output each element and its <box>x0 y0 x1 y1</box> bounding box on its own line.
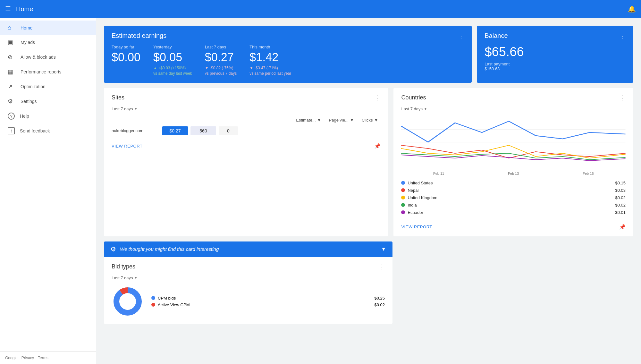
bid-types-menu-button[interactable]: ⋮ <box>379 263 385 270</box>
countries-period-dropdown-icon[interactable]: ▼ <box>424 107 427 111</box>
clicks-dropdown-icon: ▼ <box>374 118 378 123</box>
countries-card-footer: VIEW REPORT 📌 <box>401 221 626 230</box>
bid-types-period-dropdown-icon[interactable]: ▼ <box>134 276 138 280</box>
bid-types-title: Bid types <box>112 263 135 270</box>
footer-terms-link[interactable]: Terms <box>38 356 48 360</box>
earnings-month-change: ▼ -$3.47 (-71%) vs same period last year <box>249 65 291 76</box>
legend-nepal-label: Nepal <box>408 188 418 193</box>
bid-cpm-dot <box>151 296 155 300</box>
site-name: nukeblogger.com <box>112 128 160 133</box>
earnings-yesterday-amount: $0.05 <box>153 51 192 64</box>
bid-active-view-label: Active View CPM <box>158 302 190 307</box>
svg-point-6 <box>116 290 139 313</box>
bid-types-donut-chart-svg <box>112 285 144 317</box>
clicks-filter-button[interactable]: Clicks ▼ <box>359 116 381 124</box>
pageviews-dropdown-icon: ▼ <box>350 118 354 123</box>
interesting-section: ⚙ We thought you might find this card in… <box>104 241 392 324</box>
legend-us-label: United States <box>408 181 433 185</box>
earnings-7days: Last 7 days $0.27 ▼ -$0.82 (-75%) vs pre… <box>205 45 237 76</box>
sites-countries-row: Sites ⋮ Last 7 days ▼ Estimate... ▼ Page… <box>104 88 633 236</box>
countries-chart <box>401 116 626 168</box>
sidebar-navigation: ⌂ Home ▣ My ads ⊘ Allow & block ads ▦ Pe… <box>0 18 96 351</box>
sidebar-label-help: Help <box>20 114 29 119</box>
sidebar-label-allow-block: Allow & block ads <box>21 55 56 60</box>
balance-card-header: Balance ⋮ <box>485 32 626 39</box>
countries-pin-icon[interactable]: 📌 <box>619 224 626 230</box>
legend-nepal: Nepal $0.03 <box>401 187 626 194</box>
sites-period-dropdown-icon[interactable]: ▼ <box>134 107 138 111</box>
top-nav: ☰ Home 🔔 <box>0 0 641 18</box>
bid-cpm-value: $0.25 <box>375 296 385 301</box>
estimate-filter-button[interactable]: Estimate... ▼ <box>293 116 324 124</box>
earnings-grid: Today so far $0.00 Yesterday $0.05 ▲ +$0… <box>112 45 464 76</box>
footer-privacy-link[interactable]: Privacy <box>21 356 34 360</box>
countries-view-report-link[interactable]: VIEW REPORT <box>401 224 432 229</box>
sidebar-item-feedback[interactable]: ! Send feedback <box>0 123 96 138</box>
sidebar-item-performance[interactable]: ▦ Performance reports <box>0 64 96 79</box>
earnings-row: Estimated earnings ⋮ Today so far $0.00 … <box>104 26 633 83</box>
interesting-banner: ⚙ We thought you might find this card in… <box>104 241 392 257</box>
sites-card-header: Sites ⋮ <box>112 94 381 101</box>
bid-types-donut-area: CPM bids $0.25 Active View CPM $0.02 <box>112 285 385 317</box>
site-estimate: $0.27 <box>162 126 188 135</box>
interesting-chevron-icon[interactable]: ▼ <box>381 246 386 252</box>
interesting-text: We thought you might find this card inte… <box>120 246 219 252</box>
balance-menu-button[interactable]: ⋮ <box>620 32 626 39</box>
sites-menu-button[interactable]: ⋮ <box>375 94 381 101</box>
sites-card: Sites ⋮ Last 7 days ▼ Estimate... ▼ Page… <box>104 88 388 236</box>
main-content: Estimated earnings ⋮ Today so far $0.00 … <box>96 18 641 364</box>
legend-uk-dot <box>401 196 405 199</box>
bid-cpm-item: CPM bids $0.25 <box>151 295 385 301</box>
sidebar-label-feedback: Send feedback <box>20 128 50 133</box>
sidebar-item-settings[interactable]: ⚙ Settings <box>0 94 96 109</box>
legend-india-dot <box>401 203 405 207</box>
countries-card-header: Countries ⋮ <box>401 94 626 101</box>
settings-icon: ⚙ <box>8 98 15 105</box>
block-icon: ⊘ <box>8 54 15 61</box>
legend-india-label: India <box>408 203 417 207</box>
chart-label-2: Feb 13 <box>508 172 519 175</box>
sites-title: Sites <box>112 94 124 101</box>
countries-title: Countries <box>401 94 426 101</box>
notification-bell-icon[interactable]: 🔔 <box>628 5 636 13</box>
hamburger-icon[interactable]: ☰ <box>5 5 11 13</box>
legend-ecuador-value: $0.01 <box>615 210 626 215</box>
site-clicks: 0 <box>219 126 238 135</box>
help-icon: ? <box>8 113 15 120</box>
last-payment-label: Last payment $150.63 <box>485 62 626 71</box>
pageviews-filter-button[interactable]: Page vie... ▼ <box>326 116 357 124</box>
chart-label-3: Feb 15 <box>583 172 594 175</box>
sidebar-label-settings: Settings <box>21 99 37 104</box>
home-icon: ⌂ <box>8 24 15 31</box>
sidebar-label-my-ads: My ads <box>21 40 35 45</box>
countries-card: Countries ⋮ Last 7 days ▼ <box>393 88 633 236</box>
sites-view-report-link[interactable]: VIEW REPORT <box>112 144 142 148</box>
sidebar-item-help[interactable]: ? Help <box>0 109 96 123</box>
legend-ecuador: Ecuador $0.01 <box>401 209 626 216</box>
sidebar-item-optimization[interactable]: ↗ Optimization <box>0 79 96 94</box>
legend-ecuador-dot <box>401 210 405 214</box>
earnings-menu-button[interactable]: ⋮ <box>458 32 464 39</box>
site-pageviews: 560 <box>190 126 216 135</box>
bid-types-period: Last 7 days <box>112 275 133 280</box>
earnings-7days-label: Last 7 days <box>205 45 237 49</box>
sites-pin-icon[interactable]: 📌 <box>374 143 381 149</box>
footer-google-link[interactable]: Google <box>5 356 18 360</box>
sidebar-label-optimization: Optimization <box>21 84 46 89</box>
countries-menu-button[interactable]: ⋮ <box>620 94 626 101</box>
last-payment-amount: $150.63 <box>485 66 500 71</box>
earnings-card-header: Estimated earnings ⋮ <box>112 32 464 39</box>
sidebar-item-home[interactable]: ⌂ Home <box>0 21 96 35</box>
earnings-month-label: This month <box>249 45 291 49</box>
sites-period-row: Last 7 days ▼ <box>112 106 381 111</box>
sidebar-item-my-ads[interactable]: ▣ My ads <box>0 35 96 50</box>
earnings-today-amount: $0.00 <box>112 51 140 64</box>
earnings-title: Estimated earnings <box>112 32 166 39</box>
legend-uk-value: $0.02 <box>615 195 626 200</box>
earnings-yesterday-label: Yesterday <box>153 45 192 49</box>
sites-filter-row: Estimate... ▼ Page vie... ▼ Clicks ▼ <box>112 116 381 124</box>
site-data-row: nukeblogger.com $0.27 560 0 <box>112 126 381 135</box>
balance-title: Balance <box>485 32 508 39</box>
sidebar-item-allow-block[interactable]: ⊘ Allow & block ads <box>0 50 96 64</box>
reports-icon: ▦ <box>8 68 15 75</box>
